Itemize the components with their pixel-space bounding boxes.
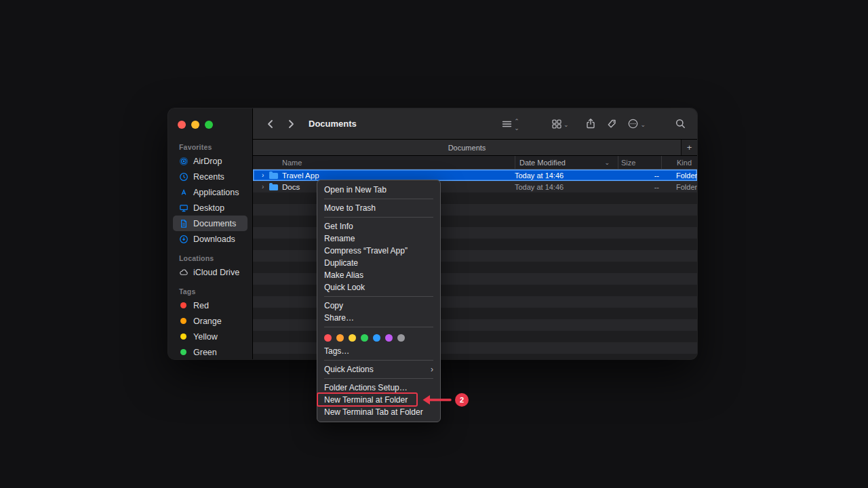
gray-tag-swatch[interactable] — [397, 334, 405, 342]
forward-chevron-icon — [285, 119, 296, 129]
share-button[interactable] — [585, 118, 596, 129]
orange-tag-swatch[interactable] — [336, 334, 344, 342]
menu-item-new-terminal-tab-at-folder[interactable]: New Terminal Tab at Folder — [317, 406, 440, 418]
menu-item-get-info[interactable]: Get Info — [317, 220, 440, 232]
clock-icon — [179, 172, 189, 182]
sidebar-tag-yellow[interactable]: Yellow — [173, 329, 248, 344]
cloud-icon — [179, 268, 189, 277]
menu-item-duplicate[interactable]: Duplicate — [317, 257, 440, 269]
sidebar-item-label: Documents — [193, 219, 236, 228]
green-tag-swatch[interactable] — [361, 334, 368, 342]
menu-item-rename[interactable]: Rename — [317, 232, 440, 245]
menu-item-folder-actions-setup[interactable]: Folder Actions Setup… — [317, 382, 440, 394]
traffic-lights — [168, 108, 252, 136]
chevron-down-icon: ⌄ — [640, 121, 646, 128]
sidebar-item-recents[interactable]: Recents — [173, 169, 248, 184]
file-date-modified: Today at 14:46 — [515, 171, 618, 180]
menu-item-new-terminal-at-folder[interactable]: New Terminal at Folder 2 — [317, 394, 440, 406]
sidebar-tag-orange[interactable]: Orange — [173, 313, 248, 329]
group-button[interactable]: ⌄ — [551, 119, 569, 129]
chevron-down-icon: ⌄ — [564, 121, 569, 128]
sidebar-item-label: Desktop — [193, 203, 224, 213]
column-header-size[interactable]: Size — [618, 156, 661, 169]
disclosure-chevron-icon[interactable]: › — [262, 171, 269, 179]
column-header-kind[interactable]: Kind — [661, 156, 697, 169]
menu-item-share[interactable]: Share… — [317, 312, 440, 324]
back-chevron-icon — [265, 119, 276, 129]
back-button[interactable] — [264, 117, 277, 131]
menu-item-move-to-trash[interactable]: Move to Trash — [317, 202, 440, 214]
new-tab-button[interactable]: + — [682, 140, 697, 155]
file-size: -- — [618, 171, 661, 180]
document-icon — [179, 219, 189, 228]
red-tag-icon — [180, 302, 186, 308]
forward-button[interactable] — [284, 117, 298, 131]
sidebar-item-desktop[interactable]: Desktop — [173, 200, 248, 216]
window-title: Documents — [309, 119, 357, 129]
share-icon — [585, 118, 596, 129]
sidebar-item-label: Applications — [193, 188, 239, 197]
column-header-name[interactable]: Name — [253, 156, 515, 169]
folder-icon — [269, 173, 278, 179]
file-size: -- — [618, 183, 661, 191]
menu-tag-color-row — [317, 330, 440, 345]
minimize-button[interactable] — [191, 121, 199, 129]
zoom-button[interactable] — [205, 121, 213, 129]
red-tag-swatch[interactable] — [324, 334, 332, 342]
disclosure-chevron-icon[interactable]: › — [262, 183, 269, 190]
sidebar-tag-red[interactable]: Red — [173, 298, 248, 313]
sidebar-tag-green[interactable]: Green — [173, 344, 248, 359]
sidebar-item-applications[interactable]: Applications — [173, 184, 248, 200]
desktop-background: Favorites AirDrop Recents Applications — [0, 0, 868, 488]
orange-tag-icon — [180, 318, 186, 324]
menu-item-quick-look[interactable]: Quick Look — [317, 281, 440, 293]
chevron-updown-icon: ⌃⌄ — [514, 118, 519, 131]
more-circle-icon — [627, 118, 639, 129]
search-button[interactable] — [675, 118, 686, 129]
sidebar-item-label: Recents — [193, 172, 224, 182]
annotation-arrow-icon — [420, 393, 453, 407]
menu-item-open-in-new-tab[interactable]: Open in New Tab — [317, 184, 440, 196]
sidebar-item-label: Downloads — [193, 235, 235, 244]
column-header-date-modified[interactable]: Date Modified ⌄ — [515, 156, 618, 169]
tab-documents[interactable]: Documents — [253, 140, 682, 155]
tags-button[interactable] — [606, 119, 617, 129]
green-tag-icon — [180, 349, 186, 355]
more-actions-button[interactable]: ⌄ — [627, 118, 646, 129]
yellow-tag-swatch[interactable] — [349, 334, 356, 342]
folder-icon — [269, 184, 278, 190]
menu-separator — [324, 217, 433, 218]
view-mode-button[interactable]: ⌃⌄ — [501, 117, 519, 131]
toolbar: Documents ⌃⌄ ⌄ — [253, 108, 697, 140]
tag-icon — [606, 119, 617, 129]
favorites-section-label: Favorites — [179, 143, 252, 151]
sidebar-item-label: Yellow — [193, 332, 218, 342]
sidebar-item-downloads[interactable]: Downloads — [173, 231, 248, 247]
sidebar-item-label: Red — [193, 301, 209, 310]
submenu-chevron-icon: › — [431, 365, 433, 374]
sidebar-item-documents[interactable]: Documents — [173, 216, 248, 231]
tab-label: Documents — [448, 144, 486, 152]
menu-item-make-alias[interactable]: Make Alias — [317, 269, 440, 281]
close-button[interactable] — [178, 121, 186, 129]
menu-item-quick-actions[interactable]: Quick Actions › — [317, 363, 440, 375]
sort-chevron-icon: ⌄ — [604, 159, 618, 166]
menu-item-compress[interactable]: Compress “Travel App” — [317, 245, 440, 257]
menu-item-tags[interactable]: Tags… — [317, 345, 440, 357]
blue-tag-swatch[interactable] — [373, 334, 380, 342]
locations-section-label: Locations — [179, 254, 252, 262]
sidebar-item-airdrop[interactable]: AirDrop — [173, 153, 248, 169]
download-circle-icon — [179, 235, 189, 244]
purple-tag-swatch[interactable] — [385, 334, 393, 342]
file-name: Travel App — [282, 171, 319, 180]
sidebar-item-icloud-drive[interactable]: iCloud Drive — [173, 264, 248, 280]
menu-separator — [324, 199, 433, 199]
search-icon — [675, 118, 686, 129]
sidebar-item-label: AirDrop — [193, 157, 222, 166]
applications-icon — [179, 188, 189, 197]
menu-separator — [324, 296, 433, 297]
yellow-tag-icon — [180, 333, 186, 340]
column-headers: Name Date Modified ⌄ Size Kind — [253, 156, 697, 169]
menu-item-copy[interactable]: Copy — [317, 300, 440, 312]
annotation-step-badge: 2 — [455, 393, 469, 407]
